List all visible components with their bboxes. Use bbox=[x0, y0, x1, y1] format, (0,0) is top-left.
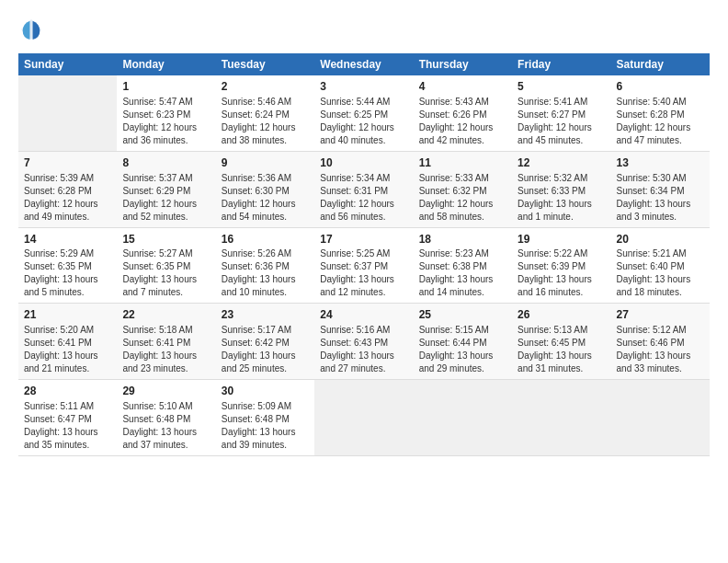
day-cell bbox=[512, 380, 610, 456]
day-number: 20 bbox=[617, 232, 704, 247]
week-row-4: 21Sunrise: 5:20 AMSunset: 6:41 PMDayligh… bbox=[18, 304, 710, 380]
day-info: Sunrise: 5:47 AMSunset: 6:23 PMDaylight:… bbox=[122, 96, 210, 147]
day-info: Sunrise: 5:20 AMSunset: 6:41 PMDaylight:… bbox=[24, 324, 111, 375]
day-cell: 15Sunrise: 5:27 AMSunset: 6:35 PMDayligh… bbox=[117, 227, 215, 304]
logo-icon bbox=[18, 17, 44, 42]
header-row: SundayMondayTuesdayWednesdayThursdayFrid… bbox=[18, 53, 710, 75]
day-info: Sunrise: 5:43 AMSunset: 6:26 PMDaylight:… bbox=[419, 96, 506, 147]
day-cell bbox=[18, 75, 117, 151]
day-cell: 22Sunrise: 5:18 AMSunset: 6:41 PMDayligh… bbox=[117, 304, 215, 380]
page-container: SundayMondayTuesdayWednesdayThursdayFrid… bbox=[0, 0, 728, 465]
day-info: Sunrise: 5:26 AMSunset: 6:36 PMDaylight:… bbox=[222, 247, 309, 299]
day-cell: 2Sunrise: 5:46 AMSunset: 6:24 PMDaylight… bbox=[216, 75, 314, 151]
day-number: 24 bbox=[320, 307, 407, 323]
logo bbox=[18, 17, 48, 42]
day-info: Sunrise: 5:34 AMSunset: 6:31 PMDaylight:… bbox=[320, 172, 407, 224]
day-info: Sunrise: 5:27 AMSunset: 6:35 PMDaylight:… bbox=[122, 247, 210, 299]
day-number: 16 bbox=[222, 232, 309, 247]
day-number: 3 bbox=[320, 79, 407, 95]
day-cell: 5Sunrise: 5:41 AMSunset: 6:27 PMDaylight… bbox=[512, 75, 610, 151]
column-header-sunday: Sunday bbox=[18, 53, 117, 75]
day-number: 13 bbox=[617, 155, 704, 171]
day-number: 2 bbox=[222, 79, 309, 95]
day-info: Sunrise: 5:30 AMSunset: 6:34 PMDaylight:… bbox=[617, 172, 704, 224]
day-cell: 9Sunrise: 5:36 AMSunset: 6:30 PMDaylight… bbox=[216, 151, 314, 227]
day-number: 9 bbox=[222, 155, 309, 171]
day-info: Sunrise: 5:21 AMSunset: 6:40 PMDaylight:… bbox=[617, 247, 704, 299]
day-cell: 18Sunrise: 5:23 AMSunset: 6:38 PMDayligh… bbox=[414, 227, 512, 304]
day-cell: 8Sunrise: 5:37 AMSunset: 6:29 PMDaylight… bbox=[117, 151, 215, 227]
day-cell: 27Sunrise: 5:12 AMSunset: 6:46 PMDayligh… bbox=[611, 304, 710, 380]
day-number: 29 bbox=[122, 384, 210, 399]
column-header-thursday: Thursday bbox=[414, 53, 512, 75]
column-header-monday: Monday bbox=[117, 53, 215, 75]
day-info: Sunrise: 5:16 AMSunset: 6:43 PMDaylight:… bbox=[320, 324, 407, 375]
calendar-table: SundayMondayTuesdayWednesdayThursdayFrid… bbox=[18, 53, 710, 456]
day-number: 19 bbox=[518, 232, 605, 247]
day-cell: 13Sunrise: 5:30 AMSunset: 6:34 PMDayligh… bbox=[611, 151, 710, 227]
day-info: Sunrise: 5:36 AMSunset: 6:30 PMDaylight:… bbox=[222, 172, 309, 224]
column-header-tuesday: Tuesday bbox=[216, 53, 314, 75]
day-number: 28 bbox=[24, 384, 111, 399]
day-number: 7 bbox=[24, 155, 111, 171]
day-cell bbox=[314, 380, 413, 456]
week-row-5: 28Sunrise: 5:11 AMSunset: 6:47 PMDayligh… bbox=[18, 380, 710, 456]
day-number: 11 bbox=[419, 155, 506, 171]
day-number: 8 bbox=[122, 155, 210, 171]
day-info: Sunrise: 5:17 AMSunset: 6:42 PMDaylight:… bbox=[222, 324, 309, 375]
day-number: 25 bbox=[419, 307, 506, 323]
day-info: Sunrise: 5:22 AMSunset: 6:39 PMDaylight:… bbox=[518, 247, 605, 299]
day-cell: 16Sunrise: 5:26 AMSunset: 6:36 PMDayligh… bbox=[216, 227, 314, 304]
day-cell: 14Sunrise: 5:29 AMSunset: 6:35 PMDayligh… bbox=[18, 227, 117, 304]
week-row-3: 14Sunrise: 5:29 AMSunset: 6:35 PMDayligh… bbox=[18, 227, 710, 304]
day-cell bbox=[611, 380, 710, 456]
day-info: Sunrise: 5:11 AMSunset: 6:47 PMDaylight:… bbox=[24, 400, 111, 452]
day-number: 30 bbox=[222, 384, 309, 399]
day-cell: 6Sunrise: 5:40 AMSunset: 6:28 PMDaylight… bbox=[611, 75, 710, 151]
day-number: 26 bbox=[518, 307, 605, 323]
day-cell: 29Sunrise: 5:10 AMSunset: 6:48 PMDayligh… bbox=[117, 380, 215, 456]
day-cell: 7Sunrise: 5:39 AMSunset: 6:28 PMDaylight… bbox=[18, 151, 117, 227]
day-info: Sunrise: 5:32 AMSunset: 6:33 PMDaylight:… bbox=[518, 172, 605, 224]
day-cell: 23Sunrise: 5:17 AMSunset: 6:42 PMDayligh… bbox=[216, 304, 314, 380]
week-row-2: 7Sunrise: 5:39 AMSunset: 6:28 PMDaylight… bbox=[18, 151, 710, 227]
day-cell: 24Sunrise: 5:16 AMSunset: 6:43 PMDayligh… bbox=[314, 304, 413, 380]
day-number: 10 bbox=[320, 155, 407, 171]
day-number: 21 bbox=[24, 307, 111, 323]
day-number: 12 bbox=[518, 155, 605, 171]
day-number: 5 bbox=[518, 79, 605, 95]
day-cell: 4Sunrise: 5:43 AMSunset: 6:26 PMDaylight… bbox=[414, 75, 512, 151]
day-number: 1 bbox=[122, 79, 210, 95]
day-cell: 10Sunrise: 5:34 AMSunset: 6:31 PMDayligh… bbox=[314, 151, 413, 227]
day-cell bbox=[414, 380, 512, 456]
day-number: 17 bbox=[320, 232, 407, 247]
day-info: Sunrise: 5:18 AMSunset: 6:41 PMDaylight:… bbox=[122, 324, 210, 375]
day-cell: 19Sunrise: 5:22 AMSunset: 6:39 PMDayligh… bbox=[512, 227, 610, 304]
week-row-1: 1Sunrise: 5:47 AMSunset: 6:23 PMDaylight… bbox=[18, 75, 710, 151]
day-info: Sunrise: 5:10 AMSunset: 6:48 PMDaylight:… bbox=[122, 400, 210, 452]
day-info: Sunrise: 5:23 AMSunset: 6:38 PMDaylight:… bbox=[419, 247, 506, 299]
day-info: Sunrise: 5:37 AMSunset: 6:29 PMDaylight:… bbox=[122, 172, 210, 224]
day-info: Sunrise: 5:12 AMSunset: 6:46 PMDaylight:… bbox=[617, 324, 704, 375]
day-number: 4 bbox=[419, 79, 506, 95]
column-header-friday: Friday bbox=[512, 53, 610, 75]
day-cell: 11Sunrise: 5:33 AMSunset: 6:32 PMDayligh… bbox=[414, 151, 512, 227]
day-cell: 30Sunrise: 5:09 AMSunset: 6:48 PMDayligh… bbox=[216, 380, 314, 456]
day-cell: 21Sunrise: 5:20 AMSunset: 6:41 PMDayligh… bbox=[18, 304, 117, 380]
day-cell: 20Sunrise: 5:21 AMSunset: 6:40 PMDayligh… bbox=[611, 227, 710, 304]
column-header-wednesday: Wednesday bbox=[314, 53, 413, 75]
day-number: 23 bbox=[222, 307, 309, 323]
day-info: Sunrise: 5:44 AMSunset: 6:25 PMDaylight:… bbox=[320, 96, 407, 147]
day-number: 27 bbox=[617, 307, 704, 323]
day-number: 15 bbox=[122, 232, 210, 247]
day-cell: 3Sunrise: 5:44 AMSunset: 6:25 PMDaylight… bbox=[314, 75, 413, 151]
day-cell: 28Sunrise: 5:11 AMSunset: 6:47 PMDayligh… bbox=[18, 380, 117, 456]
day-info: Sunrise: 5:29 AMSunset: 6:35 PMDaylight:… bbox=[24, 247, 111, 299]
day-info: Sunrise: 5:25 AMSunset: 6:37 PMDaylight:… bbox=[320, 247, 407, 299]
day-info: Sunrise: 5:40 AMSunset: 6:28 PMDaylight:… bbox=[617, 96, 704, 147]
day-info: Sunrise: 5:39 AMSunset: 6:28 PMDaylight:… bbox=[24, 172, 111, 224]
day-cell: 17Sunrise: 5:25 AMSunset: 6:37 PMDayligh… bbox=[314, 227, 413, 304]
day-info: Sunrise: 5:09 AMSunset: 6:48 PMDaylight:… bbox=[222, 400, 309, 452]
day-number: 18 bbox=[419, 232, 506, 247]
day-cell: 1Sunrise: 5:47 AMSunset: 6:23 PMDaylight… bbox=[117, 75, 215, 151]
